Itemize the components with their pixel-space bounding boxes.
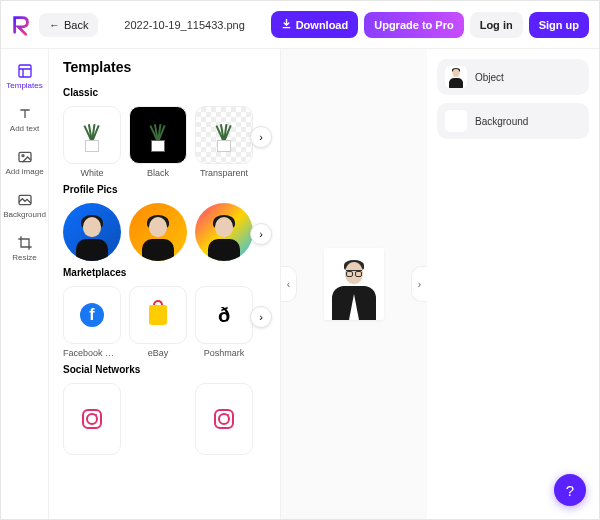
header: ← Back 2022-10-19_115433.png Download Up… bbox=[1, 1, 599, 49]
body: Templates Add text Add image Background bbox=[1, 49, 599, 519]
instagram-icon bbox=[82, 409, 102, 429]
help-button[interactable]: ? bbox=[554, 474, 586, 506]
panel-title: Templates bbox=[63, 59, 268, 75]
rail-label: Background bbox=[3, 210, 46, 219]
background-icon bbox=[17, 192, 33, 208]
section-classic-title: Classic bbox=[63, 87, 268, 98]
canvas-prev-button[interactable]: ‹ bbox=[281, 266, 297, 302]
layer-object[interactable]: Object bbox=[437, 59, 589, 95]
upgrade-label: Upgrade to Pro bbox=[374, 19, 453, 31]
help-icon: ? bbox=[566, 482, 574, 499]
chevron-right-icon: › bbox=[259, 311, 263, 323]
template-black-label: Black bbox=[129, 168, 187, 178]
classic-next-button[interactable]: › bbox=[250, 126, 272, 148]
svg-rect-0 bbox=[19, 65, 31, 77]
rail-add-image[interactable]: Add image bbox=[1, 141, 49, 184]
instagram-icon bbox=[214, 409, 234, 429]
layer-background[interactable]: Background bbox=[437, 103, 589, 139]
login-button[interactable]: Log in bbox=[470, 12, 523, 38]
template-poshmark-label: Poshmark bbox=[195, 348, 253, 358]
section-social-title: Social Networks bbox=[63, 364, 268, 375]
chevron-right-icon: › bbox=[259, 228, 263, 240]
crop-icon bbox=[17, 235, 33, 251]
section-marketplaces-title: Marketplaces bbox=[63, 267, 268, 278]
rail-templates[interactable]: Templates bbox=[1, 55, 49, 98]
chevron-right-icon: › bbox=[418, 279, 421, 290]
chevron-right-icon: › bbox=[259, 131, 263, 143]
layers-panel: Object Background bbox=[427, 49, 599, 519]
social-row bbox=[63, 383, 268, 455]
poshmark-icon: ð bbox=[218, 304, 230, 327]
app-logo[interactable] bbox=[11, 14, 33, 36]
arrow-left-icon: ← bbox=[49, 19, 60, 31]
rail-resize[interactable]: Resize bbox=[1, 227, 49, 270]
templates-icon bbox=[17, 63, 33, 79]
download-button[interactable]: Download bbox=[271, 11, 359, 38]
back-label: Back bbox=[64, 19, 88, 31]
rail-label: Add text bbox=[10, 124, 39, 133]
app-root: ← Back 2022-10-19_115433.png Download Up… bbox=[0, 0, 600, 520]
template-poshmark: ð Poshmark bbox=[195, 286, 253, 358]
templates-panel[interactable]: Templates Classic White Black bbox=[49, 49, 281, 519]
rail-background[interactable]: Background bbox=[1, 184, 49, 227]
profile-template-1[interactable] bbox=[63, 203, 121, 261]
layer-background-thumb bbox=[445, 110, 467, 132]
facebook-icon: f bbox=[80, 303, 104, 327]
layer-object-label: Object bbox=[475, 72, 504, 83]
filename: 2022-10-19_115433.png bbox=[104, 19, 264, 31]
download-icon bbox=[281, 18, 292, 31]
canvas-image[interactable] bbox=[324, 248, 384, 320]
back-button[interactable]: ← Back bbox=[39, 13, 98, 37]
login-label: Log in bbox=[480, 19, 513, 31]
template-transparent-thumb[interactable] bbox=[195, 106, 253, 164]
chevron-left-icon: ‹ bbox=[287, 279, 290, 290]
template-black-thumb[interactable] bbox=[129, 106, 187, 164]
template-transparent: Transparent bbox=[195, 106, 253, 178]
template-white-thumb[interactable] bbox=[63, 106, 121, 164]
ebay-icon bbox=[149, 305, 167, 325]
rail-add-text[interactable]: Add text bbox=[1, 98, 49, 141]
rail-label: Templates bbox=[6, 81, 42, 90]
classic-row: White Black Transparent › bbox=[63, 106, 268, 178]
template-ebay-label: eBay bbox=[129, 348, 187, 358]
download-label: Download bbox=[296, 19, 349, 31]
rail-label: Add image bbox=[5, 167, 43, 176]
template-facebook-thumb[interactable]: f bbox=[63, 286, 121, 344]
header-actions: Download Upgrade to Pro Log in Sign up bbox=[271, 11, 589, 38]
left-rail: Templates Add text Add image Background bbox=[1, 49, 49, 519]
layer-object-thumb bbox=[445, 66, 467, 88]
image-icon bbox=[17, 149, 33, 165]
upgrade-button[interactable]: Upgrade to Pro bbox=[364, 12, 463, 38]
template-facebook-label: Facebook Ma... bbox=[63, 348, 121, 358]
profile-template-2[interactable] bbox=[129, 203, 187, 261]
section-profile-title: Profile Pics bbox=[63, 184, 268, 195]
template-transparent-label: Transparent bbox=[195, 168, 253, 178]
profile-row: › bbox=[63, 203, 268, 261]
template-white: White bbox=[63, 106, 121, 178]
subject-person bbox=[328, 256, 380, 320]
signup-label: Sign up bbox=[539, 19, 579, 31]
layer-background-label: Background bbox=[475, 116, 528, 127]
template-poshmark-thumb[interactable]: ð bbox=[195, 286, 253, 344]
marketplaces-next-button[interactable]: › bbox=[250, 306, 272, 328]
text-icon bbox=[17, 106, 33, 122]
profile-next-button[interactable]: › bbox=[250, 223, 272, 245]
svg-point-2 bbox=[22, 155, 24, 157]
template-white-label: White bbox=[63, 168, 121, 178]
template-black: Black bbox=[129, 106, 187, 178]
template-facebook: f Facebook Ma... bbox=[63, 286, 121, 358]
template-ebay: eBay bbox=[129, 286, 187, 358]
marketplaces-row: f Facebook Ma... eBay ð Poshmark › bbox=[63, 286, 268, 358]
rail-label: Resize bbox=[12, 253, 36, 262]
canvas-next-button[interactable]: › bbox=[411, 266, 427, 302]
social-template-1[interactable] bbox=[63, 383, 121, 455]
profile-template-3[interactable] bbox=[195, 203, 253, 261]
signup-button[interactable]: Sign up bbox=[529, 12, 589, 38]
template-ebay-thumb[interactable] bbox=[129, 286, 187, 344]
social-template-2[interactable] bbox=[195, 383, 253, 455]
canvas[interactable]: ‹ › bbox=[281, 49, 427, 519]
